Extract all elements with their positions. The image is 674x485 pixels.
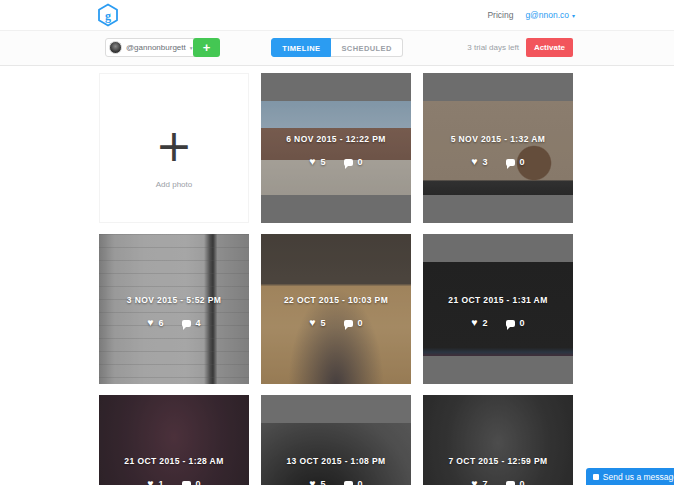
- post-stats: ♥ 6 4: [147, 318, 200, 328]
- send-message-label: Send us a message: [603, 472, 674, 482]
- like-count: 2: [483, 318, 488, 328]
- post-stats: ♥ 1 0: [147, 479, 200, 485]
- heart-icon: ♥: [471, 157, 477, 166]
- like-count: 5: [321, 157, 326, 167]
- activate-button[interactable]: Activate: [526, 38, 573, 57]
- post-date: 7 OCT 2015 - 12:59 PM: [448, 456, 547, 466]
- heart-icon: ♥: [147, 318, 153, 327]
- add-account-button[interactable]: +: [193, 38, 220, 57]
- post-stats: ♥ 5 0: [309, 479, 362, 485]
- comment-count: 0: [358, 479, 363, 485]
- post-date: 21 OCT 2015 - 1:28 AM: [124, 456, 223, 466]
- account-selector[interactable]: @gannonburgett ▾: [105, 38, 201, 57]
- pricing-link[interactable]: Pricing: [487, 10, 513, 20]
- account-menu-link[interactable]: g@nnon.co ▾: [525, 10, 575, 20]
- tab-scheduled[interactable]: SCHEDULED: [331, 38, 402, 57]
- post-tile[interactable]: 21 OCT 2015 - 1:28 AM ♥ 1 0: [99, 395, 249, 485]
- post-tile[interactable]: 22 OCT 2015 - 10:03 PM ♥ 5 0: [261, 234, 411, 384]
- grum-logo-icon[interactable]: g: [96, 3, 120, 27]
- send-message-button[interactable]: Send us a message: [586, 468, 674, 485]
- top-header: g Pricing g@nnon.co ▾: [0, 0, 674, 31]
- comment-icon: [506, 481, 515, 485]
- comment-count: 0: [520, 318, 525, 328]
- add-photo-tile[interactable]: + Add photo: [99, 73, 249, 223]
- post-tile[interactable]: 13 OCT 2015 - 1:08 PM ♥ 5 0: [261, 395, 411, 485]
- plus-icon: +: [156, 126, 193, 166]
- post-date: 6 NOV 2015 - 12:22 PM: [286, 134, 386, 144]
- comment-count: 0: [358, 157, 363, 167]
- chevron-down-icon: ▾: [572, 12, 575, 19]
- comment-icon: [344, 481, 353, 485]
- chat-icon: [593, 474, 599, 480]
- post-overlay: 13 OCT 2015 - 1:08 PM ♥ 5 0: [261, 395, 411, 485]
- like-count: 6: [159, 318, 164, 328]
- like-count: 1: [159, 479, 164, 485]
- comment-count: 4: [196, 318, 201, 328]
- post-date: 21 OCT 2015 - 1:31 AM: [448, 295, 547, 305]
- heart-icon: ♥: [309, 318, 315, 327]
- post-date: 5 NOV 2015 - 1:32 AM: [451, 134, 546, 144]
- comment-icon: [344, 320, 353, 327]
- like-count: 7: [483, 479, 488, 485]
- post-tile[interactable]: 6 NOV 2015 - 12:22 PM ♥ 5 0: [261, 73, 411, 223]
- post-tile[interactable]: 5 NOV 2015 - 1:32 AM ♥ 3 0: [423, 73, 573, 223]
- post-date: 3 NOV 2015 - 5:52 PM: [127, 295, 221, 305]
- photo-grid: + Add photo 6 NOV 2015 - 12:22 PM ♥ 5 0 …: [99, 73, 573, 485]
- post-overlay: 6 NOV 2015 - 12:22 PM ♥ 5 0: [261, 73, 411, 223]
- like-count: 5: [321, 318, 326, 328]
- comment-count: 0: [358, 318, 363, 328]
- avatar: [109, 41, 122, 54]
- comment-count: 0: [196, 479, 201, 485]
- account-menu-label: g@nnon.co: [525, 10, 569, 20]
- post-overlay: 21 OCT 2015 - 1:28 AM ♥ 1 0: [99, 395, 249, 485]
- post-date: 22 OCT 2015 - 10:03 PM: [284, 295, 388, 305]
- post-stats: ♥ 5 0: [309, 318, 362, 328]
- comment-icon: [182, 481, 191, 485]
- heart-icon: ♥: [309, 479, 315, 485]
- post-overlay: 7 OCT 2015 - 12:59 PM ♥ 7 0: [423, 395, 573, 485]
- tab-timeline[interactable]: TIMELINE: [271, 38, 331, 57]
- post-stats: ♥ 7 0: [471, 479, 524, 485]
- post-overlay: 21 OCT 2015 - 1:31 AM ♥ 2 0: [423, 234, 573, 384]
- comment-icon: [182, 320, 191, 327]
- like-count: 5: [321, 479, 326, 485]
- post-overlay: 3 NOV 2015 - 5:52 PM ♥ 6 4: [99, 234, 249, 384]
- post-overlay: 22 OCT 2015 - 10:03 PM ♥ 5 0: [261, 234, 411, 384]
- heart-icon: ♥: [471, 479, 477, 485]
- post-stats: ♥ 3 0: [471, 157, 524, 167]
- post-tile[interactable]: 21 OCT 2015 - 1:31 AM ♥ 2 0: [423, 234, 573, 384]
- post-tile[interactable]: 7 OCT 2015 - 12:59 PM ♥ 7 0: [423, 395, 573, 485]
- post-tile[interactable]: 3 NOV 2015 - 5:52 PM ♥ 6 4: [99, 234, 249, 384]
- add-photo-label: Add photo: [156, 180, 192, 189]
- comment-count: 0: [520, 479, 525, 485]
- post-overlay: 5 NOV 2015 - 1:32 AM ♥ 3 0: [423, 73, 573, 223]
- post-date: 13 OCT 2015 - 1:08 PM: [286, 456, 385, 466]
- comment-icon: [344, 159, 353, 166]
- heart-icon: ♥: [147, 479, 153, 485]
- trial-days-text: 3 trial days left: [467, 43, 519, 52]
- comment-icon: [506, 320, 515, 327]
- like-count: 3: [483, 157, 488, 167]
- post-stats: ♥ 5 0: [309, 157, 362, 167]
- account-username: @gannonburgett: [126, 43, 186, 52]
- svg-text:g: g: [105, 9, 111, 23]
- comment-icon: [506, 159, 515, 166]
- heart-icon: ♥: [309, 157, 315, 166]
- post-stats: ♥ 2 0: [471, 318, 524, 328]
- comment-count: 0: [520, 157, 525, 167]
- heart-icon: ♥: [471, 318, 477, 327]
- toolbar: @gannonburgett ▾ + TIMELINE SCHEDULED 3 …: [0, 31, 674, 66]
